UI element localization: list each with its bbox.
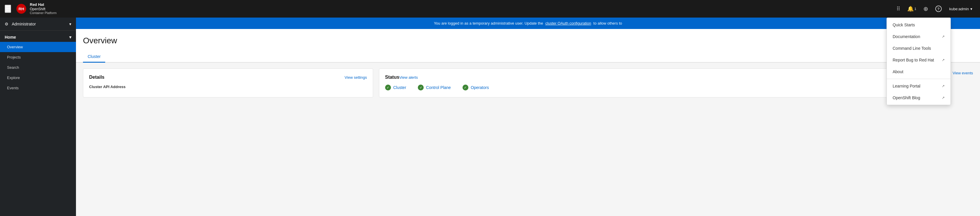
events-side: View events [953,69,973,98]
learning-portal-label: Learning Portal [892,84,920,88]
user-dropdown-arrow-icon: ▾ [970,7,972,11]
operators-status-check-icon: ✓ [463,85,468,90]
menu-item-learning-portal[interactable]: Learning Portal ↗ [887,80,950,92]
menu-item-report-bug[interactable]: Report Bug to Red Hat ↗ [887,54,950,66]
username: kube:admin [949,7,969,11]
control-plane-status-check-icon: ✓ [418,85,424,90]
cluster-api-label: Cluster API Address [89,85,136,89]
user-menu[interactable]: kube:admin ▾ [947,5,975,13]
hamburger-button[interactable]: ☰ [5,5,11,13]
brand-product: OpenShift [30,7,57,11]
brand: RH Red Hat OpenShift Container Platform [16,2,57,15]
details-card-header: Details View settings [89,75,367,80]
page-title: Overview [83,36,973,45]
add-button[interactable]: ⊕ [921,3,931,14]
home-section-header[interactable]: Home ▾ [0,31,76,42]
topbar-right: ⠿ 🔔 1 ⊕ ? kube:admin ▾ [894,3,975,14]
status-cluster: ✓ Cluster [385,85,406,90]
role-label: Administrator [12,22,36,26]
view-settings-link[interactable]: View settings [345,75,367,80]
about-label: About [892,69,904,74]
bell-icon: 🔔 [907,6,914,12]
help-icon: ? [935,6,942,12]
sidebar-item-label: Projects [7,55,21,59]
menu-item-documentation[interactable]: Documentation ↗ [887,31,950,42]
details-card-title: Details [89,75,104,80]
menu-item-command-line-tools[interactable]: Command Line Tools [887,42,950,54]
cluster-status-label[interactable]: Cluster [393,85,406,90]
home-section-label: Home [5,35,16,40]
info-banner: You are logged in as a temporary adminis… [76,18,980,29]
status-card-title: Status [385,75,399,80]
home-section: Home ▾ Overview Projects Search Explore … [0,31,76,93]
tab-label: Cluster [88,54,100,59]
hamburger-icon: ☰ [5,6,11,12]
brand-name: Red Hat [30,2,57,7]
apps-button[interactable]: ⠿ [894,4,902,14]
status-operators: ✓ Operators [463,85,489,90]
content-area: Details View settings Cluster API Addres… [76,62,980,216]
external-link-icon: ↗ [942,84,945,88]
menu-item-quick-starts[interactable]: Quick Starts [887,19,950,31]
documentation-label: Documentation [892,34,920,39]
sidebar-item-label: Explore [7,75,20,80]
status-card-header: Status View alerts View events [385,75,940,80]
notification-badge: 1 [915,7,916,11]
status-items: ✓ Cluster ✓ Control Plane ✓ Operators [385,85,940,90]
chevron-down-icon: ▾ [69,35,71,40]
banner-text: You are logged in as a temporary adminis… [434,21,543,26]
help-button[interactable]: ? [933,4,944,14]
brand-text: Red Hat OpenShift Container Platform [30,2,57,15]
sidebar-item-search[interactable]: Search [0,62,76,73]
command-line-tools-label: Command Line Tools [892,46,931,51]
redhat-logo-icon: RH [16,3,27,14]
view-alerts-link[interactable]: View alerts [399,75,418,80]
sidebar-item-explore[interactable]: Explore [0,73,76,83]
openshift-blog-label: OpenShift Blog [892,95,920,100]
quick-starts-label: Quick Starts [892,22,915,27]
sidebar-item-label: Events [7,86,19,90]
sidebar-item-projects[interactable]: Projects [0,52,76,62]
gear-icon: ⚙ [5,22,8,26]
control-plane-status-label[interactable]: Control Plane [426,85,451,90]
cluster-api-row: Cluster API Address [89,85,367,89]
tabs-bar: Cluster [76,51,980,62]
page-header: Overview [76,29,980,45]
role-selector-content: ⚙ Administrator [5,22,36,26]
sidebar-item-events[interactable]: Events [0,83,76,93]
chevron-down-icon: ▾ [69,22,71,26]
tab-cluster[interactable]: Cluster [83,51,105,62]
svg-text:RH: RH [18,7,24,11]
menu-item-openshift-blog[interactable]: OpenShift Blog ↗ [887,92,950,104]
report-bug-label: Report Bug to Red Hat [892,58,934,62]
page-header-inner: Overview [83,36,973,45]
plus-icon: ⊕ [923,5,928,12]
role-selector[interactable]: ⚙ Administrator ▾ [0,18,76,31]
sidebar-item-overview[interactable]: Overview [0,42,76,52]
notifications-button[interactable]: 🔔 1 [905,4,919,14]
details-card: Details View settings Cluster API Addres… [83,69,373,98]
sidebar-item-label: Search [7,65,19,70]
brand-sub: Container Platform [30,11,57,15]
banner-text2: to allow others to [593,21,622,26]
main-content: You are logged in as a temporary adminis… [76,18,980,216]
sidebar-item-label: Overview [7,45,23,49]
menu-item-about[interactable]: About [887,66,950,78]
status-card: Status View alerts View events ✓ Cluster… [379,69,947,98]
external-link-icon: ↗ [942,58,945,62]
external-link-icon: ↗ [942,96,945,100]
topbar: ☰ RH Red Hat OpenShift Container Platfor… [0,0,980,18]
apps-grid-icon: ⠿ [896,6,900,12]
oauth-config-link[interactable]: cluster OAuth configuration [545,21,591,26]
view-events-side-link[interactable]: View events [953,71,973,75]
external-link-icon: ↗ [942,35,945,38]
sidebar: ⚙ Administrator ▾ Home ▾ Overview Projec… [0,18,76,216]
operators-status-label[interactable]: Operators [471,85,489,90]
status-control-plane: ✓ Control Plane [418,85,451,90]
help-dropdown-menu: Quick Starts Documentation ↗ Command Lin… [886,18,951,105]
cluster-status-check-icon: ✓ [385,85,391,90]
cards-row: Details View settings Cluster API Addres… [83,69,973,98]
